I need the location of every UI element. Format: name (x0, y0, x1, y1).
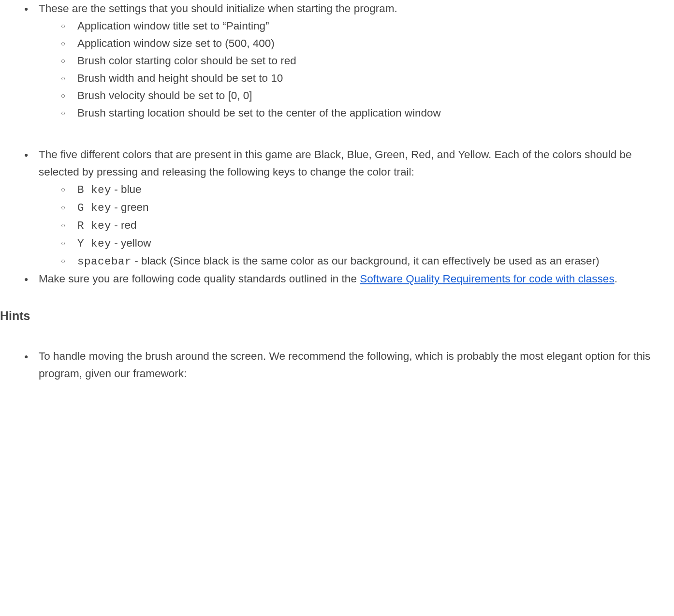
list-item: To handle moving the brush around the sc… (19, 348, 655, 382)
spacer (0, 344, 674, 348)
bullet-list-inner: B key - blue G key - green R key - red Y… (39, 181, 655, 270)
init-settings-text: These are the settings that you should i… (39, 2, 397, 15)
bullet-list-outer: To handle moving the brush around the sc… (0, 348, 674, 382)
list-item: Application window title set to “Paintin… (58, 17, 655, 35)
list-item: Application window size set to (500, 400… (58, 35, 655, 52)
setting-text: Application window size set to (500, 400… (77, 37, 275, 49)
key-code: Y key (77, 237, 111, 250)
list-item: Brush color starting color should be set… (58, 52, 655, 70)
key-code: spacebar (77, 255, 132, 268)
hint-text: To handle moving the brush around the sc… (39, 350, 650, 380)
software-quality-link[interactable]: Software Quality Requirements for code w… (360, 273, 614, 285)
setting-text: Application window title set to “Paintin… (77, 20, 269, 32)
hints-heading: Hints (0, 306, 674, 325)
document-content: These are the settings that you should i… (0, 0, 674, 382)
list-item: The five different colors that are prese… (19, 146, 655, 270)
setting-text: Brush starting location should be set to… (77, 107, 441, 119)
setting-text: Brush velocity should be set to [0, 0] (77, 89, 252, 102)
list-item: Make sure you are following code quality… (19, 270, 655, 288)
list-item: spacebar - black (Since black is the sam… (58, 252, 655, 270)
colors-intro-text: The five different colors that are prese… (39, 148, 632, 178)
setting-text: Brush width and height should be set to … (77, 72, 283, 84)
spacer (0, 122, 674, 146)
key-desc: - black (Since black is the same color a… (132, 255, 600, 267)
list-item: Y key - yellow (58, 235, 655, 252)
quality-pre-text: Make sure you are following code quality… (39, 273, 360, 285)
key-code: B key (77, 184, 111, 196)
key-desc: - red (111, 219, 137, 231)
key-desc: - yellow (111, 237, 151, 249)
list-item: Brush velocity should be set to [0, 0] (58, 87, 655, 104)
key-desc: - blue (111, 183, 142, 195)
key-code: G key (77, 202, 111, 214)
list-item: Brush width and height should be set to … (58, 70, 655, 87)
setting-text: Brush color starting color should be set… (77, 55, 296, 67)
bullet-list-inner: Application window title set to “Paintin… (39, 17, 655, 122)
list-item: G key - green (58, 199, 655, 217)
list-item: Brush starting location should be set to… (58, 104, 655, 122)
bullet-list-outer: The five different colors that are prese… (0, 146, 674, 288)
list-item: These are the settings that you should i… (19, 0, 655, 122)
key-desc: - green (111, 201, 149, 213)
bullet-list-outer: These are the settings that you should i… (0, 0, 674, 122)
list-item: R key - red (58, 217, 655, 235)
key-code: R key (77, 220, 111, 232)
list-item: B key - blue (58, 181, 655, 199)
quality-post-text: . (615, 273, 617, 285)
